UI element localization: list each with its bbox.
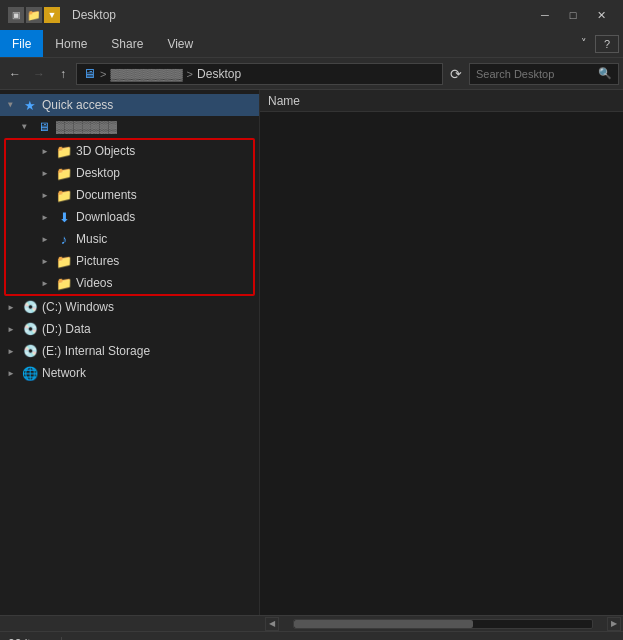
documents-label: Documents [76,188,137,202]
sidebar-item-music[interactable]: ► ♪ Music [6,228,253,250]
scroll-right-button[interactable]: ▶ [607,617,621,631]
path-segment-1: ▓▓▓▓▓▓▓▓▓ [110,68,182,80]
folder-icon-pictures: 📁 [56,253,72,269]
expand-arrow-pictures: ► [38,254,52,268]
forward-button[interactable]: → [28,63,50,85]
c-drive-label: (C:) Windows [42,300,114,314]
expand-arrow-desktop: ► [38,166,52,180]
user-folder-label: ▓▓▓▓▓▓▓ [56,120,117,134]
expand-arrow-music: ► [38,232,52,246]
scroll-thumb [294,620,473,628]
expand-arrow-network: ► [4,366,18,380]
red-outline-group: ► 📁 3D Objects ► 📁 Desktop ► 📁 Documents [4,138,255,296]
help-button[interactable]: ? [595,35,619,53]
sidebar-item-network[interactable]: ► 🌐 Network [0,362,259,384]
grid-view-button[interactable]: ▦ [569,635,591,640]
column-name-label: Name [268,94,300,108]
sidebar-item-downloads[interactable]: ► ⬇ Downloads [6,206,253,228]
pictures-label: Pictures [76,254,119,268]
tab-view[interactable]: View [155,30,205,57]
network-icon: 🌐 [22,365,38,381]
tab-share[interactable]: Share [99,30,155,57]
sidebar: ► ★ Quick access ► 🖥 ▓▓▓▓▓▓▓ ► 📁 3D Obje… [0,90,260,615]
sidebar-item-user-folder[interactable]: ► 🖥 ▓▓▓▓▓▓▓ [0,116,259,138]
expand-arrow-quick-access: ► [4,98,18,112]
tab-home[interactable]: Home [43,30,99,57]
desktop-label: Desktop [76,166,120,180]
app-icon-1: ▣ [8,7,24,23]
e-drive-label: (E:) Internal Storage [42,344,150,358]
star-icon: ★ [22,97,38,113]
minimize-button[interactable]: ─ [531,5,559,25]
music-label: Music [76,232,107,246]
sidebar-item-c-drive[interactable]: ► 💿 (C:) Windows [0,296,259,318]
expand-arrow-videos: ► [38,276,52,290]
path-separator-2: > [187,68,193,80]
refresh-button[interactable]: ⟳ [445,63,467,85]
folder-icon-3d: 📁 [56,143,72,159]
folder-icon-music: ♪ [56,231,72,247]
path-separator-1: > [100,68,106,80]
expand-arrow-c: ► [4,300,18,314]
downloads-label: Downloads [76,210,135,224]
maximize-button[interactable]: □ [559,5,587,25]
3d-objects-label: 3D Objects [76,144,135,158]
sidebar-item-videos[interactable]: ► 📁 Videos [6,272,253,294]
up-button[interactable]: ↑ [52,63,74,85]
expand-arrow-e: ► [4,344,18,358]
folder-icon-downloads: ⬇ [56,209,72,225]
sidebar-item-quick-access[interactable]: ► ★ Quick access [0,94,259,116]
videos-label: Videos [76,276,112,290]
path-segment-2: Desktop [197,67,241,81]
main-content: ► ★ Quick access ► 🖥 ▓▓▓▓▓▓▓ ► 📁 3D Obje… [0,90,623,615]
ribbon-collapse-button[interactable]: ˅ [573,37,595,50]
computer-icon: 🖥 [36,119,52,135]
sidebar-item-documents[interactable]: ► 📁 Documents [6,184,253,206]
drive-icon-e: 💿 [22,343,38,359]
folder-icon-documents: 📁 [56,187,72,203]
horizontal-scrollbar: ◀ ▶ [0,615,623,631]
sidebar-item-3d-objects[interactable]: ► 📁 3D Objects [6,140,253,162]
path-icon: 🖥 [83,66,96,81]
network-label: Network [42,366,86,380]
status-right: ▦ ≡ [569,635,615,640]
address-path[interactable]: 🖥 > ▓▓▓▓▓▓▓▓▓ > Desktop [76,63,443,85]
expand-arrow-3d: ► [38,144,52,158]
title-bar-app-icons: ▣ 📁 ▼ [8,7,60,23]
expand-arrow-user: ► [18,120,32,134]
ribbon: File Home Share View ˅ ? [0,30,623,58]
expand-arrow-d: ► [4,322,18,336]
search-input[interactable] [476,68,598,80]
file-content-area[interactable] [260,112,623,615]
scroll-track[interactable] [293,619,593,629]
sidebar-item-e-drive[interactable]: ► 💿 (E:) Internal Storage [0,340,259,362]
quick-access-label: Quick access [42,98,113,112]
list-view-button[interactable]: ≡ [593,635,615,640]
search-icon: 🔍 [598,67,612,80]
window-controls: ─ □ ✕ [531,5,615,25]
sidebar-item-pictures[interactable]: ► 📁 Pictures [6,250,253,272]
window-title: Desktop [68,8,527,22]
tab-file[interactable]: File [0,30,43,57]
scroll-left-button[interactable]: ◀ [265,617,279,631]
file-pane: Name [260,90,623,615]
expand-arrow-documents: ► [38,188,52,202]
drive-icon-d: 💿 [22,321,38,337]
address-bar: ← → ↑ 🖥 > ▓▓▓▓▓▓▓▓▓ > Desktop ⟳ 🔍 [0,58,623,90]
d-drive-label: (D:) Data [42,322,91,336]
app-icon-2: 📁 [26,7,42,23]
folder-icon-videos: 📁 [56,275,72,291]
search-box[interactable]: 🔍 [469,63,619,85]
app-icon-3: ▼ [44,7,60,23]
sidebar-item-desktop[interactable]: ► 📁 Desktop [6,162,253,184]
drive-icon-c: 💿 [22,299,38,315]
close-button[interactable]: ✕ [587,5,615,25]
back-button[interactable]: ← [4,63,26,85]
sidebar-item-d-drive[interactable]: ► 💿 (D:) Data [0,318,259,340]
folder-icon-desktop: 📁 [56,165,72,181]
title-bar: ▣ 📁 ▼ Desktop ─ □ ✕ [0,0,623,30]
expand-arrow-downloads: ► [38,210,52,224]
status-bar: 22 items ▦ ≡ [0,631,623,640]
column-header-name: Name [260,90,623,112]
